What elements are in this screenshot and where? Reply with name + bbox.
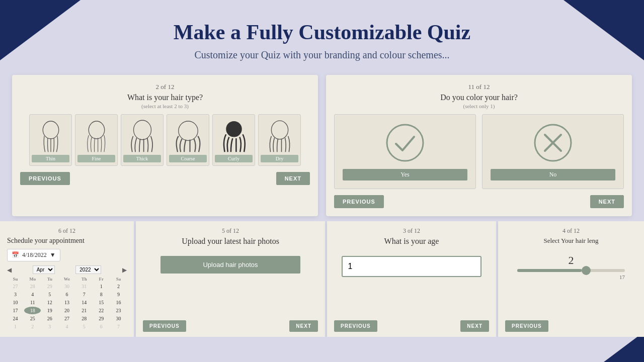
hair-option-thin[interactable]: Thin [29, 114, 72, 166]
cal-day[interactable]: 23 [110, 307, 127, 314]
cal-day[interactable]: 28 [24, 283, 41, 290]
card1-next-button[interactable]: NEXT [276, 172, 310, 185]
cal-day[interactable]: 9 [110, 291, 127, 298]
cal-day[interactable]: 12 [41, 299, 58, 306]
cal-day[interactable]: 2 [110, 283, 127, 290]
svg-point-2 [133, 120, 151, 140]
dry-label: Dry [261, 155, 298, 162]
cal-day[interactable]: 10 [7, 299, 24, 306]
cal-day[interactable]: 29 [93, 315, 110, 322]
cal-day[interactable]: 8 [93, 291, 110, 298]
card3-counter: 6 of 12 [7, 227, 127, 235]
cross-icon [533, 123, 573, 163]
cal-day[interactable]: 13 [58, 299, 75, 306]
age-input[interactable] [342, 256, 481, 277]
slider-container: 2 17 [505, 249, 637, 285]
curly-hair-icon [216, 118, 252, 153]
cal-header: ◀ Apr 2022 ▶ [7, 265, 127, 274]
cal-day-today[interactable]: 18 [24, 307, 41, 314]
cal-day[interactable]: 20 [58, 307, 75, 314]
dry-hair-icon [262, 118, 297, 153]
cal-day[interactable]: 27 [7, 283, 24, 290]
fine-label: Fine [77, 155, 115, 162]
cal-day[interactable]: 24 [7, 315, 24, 322]
yes-option[interactable]: Yes [334, 114, 476, 189]
card4-prev-button[interactable]: PREVIOUS [143, 320, 186, 332]
bottom-quiz-row: 6 of 12 Schedule your appointment 📅 4/18… [0, 221, 644, 337]
hair-option-curly[interactable]: Curly [212, 114, 255, 166]
fine-hair-icon [79, 118, 114, 153]
card1-header: 2 of 12 What is your hair type? (select … [20, 83, 310, 109]
card2-nav: PREVIOUS NEXT [334, 195, 624, 208]
calendar-grid: ◀ Apr 2022 ▶ Su Mo Tu We Th Fr Sa [7, 265, 127, 330]
cal-day[interactable]: 22 [93, 307, 110, 314]
cal-day[interactable]: 11 [24, 299, 41, 306]
dropdown-icon: ▼ [50, 251, 56, 259]
card5-counter: 3 of 12 [334, 227, 489, 235]
cal-day[interactable]: 14 [76, 299, 93, 306]
cal-day[interactable]: 28 [76, 315, 93, 322]
card6-question: Select Your hair leng [505, 237, 637, 245]
cal-day[interactable]: 4 [24, 291, 41, 298]
cal-day[interactable]: 30 [58, 283, 75, 290]
card6-prev-button[interactable]: PREVIOUS [505, 320, 548, 332]
cal-day[interactable]: 7 [76, 291, 93, 298]
cal-day[interactable]: 27 [58, 315, 75, 322]
cal-month-select[interactable]: Apr [33, 265, 55, 274]
date-picker-bar[interactable]: 📅 4/18/2022 ▼ [7, 249, 60, 261]
day-header-tu: Tu [41, 276, 58, 282]
card4-next-button[interactable]: NEXT [289, 320, 318, 332]
cal-day[interactable]: 16 [110, 299, 127, 306]
card4-nav: PREVIOUS NEXT [143, 320, 318, 332]
card2-prev-button[interactable]: PREVIOUS [334, 195, 384, 208]
slider-range: 17 [512, 274, 630, 280]
thin-hair-icon [33, 118, 68, 153]
card6-counter: 4 of 12 [505, 227, 637, 235]
cal-day[interactable]: 30 [110, 315, 127, 322]
hair-option-fine[interactable]: Fine [75, 114, 118, 166]
cal-day[interactable]: 6 [58, 291, 75, 298]
cal-day[interactable]: 6 [93, 323, 110, 330]
cal-day[interactable]: 19 [41, 307, 58, 314]
cal-prev-button[interactable]: ◀ [7, 266, 12, 274]
day-header-we: We [58, 276, 75, 282]
cal-day[interactable]: 1 [7, 323, 24, 330]
cal-day[interactable]: 3 [41, 323, 58, 330]
cal-day[interactable]: 15 [93, 299, 110, 306]
cal-day[interactable]: 7 [110, 323, 127, 330]
day-header-fr: Fr [93, 276, 110, 282]
cal-day[interactable]: 3 [7, 291, 24, 298]
cal-day[interactable]: 25 [24, 315, 41, 322]
cal-day[interactable]: 26 [41, 315, 58, 322]
cal-day[interactable]: 5 [76, 323, 93, 330]
cal-day[interactable]: 4 [58, 323, 75, 330]
cal-day[interactable]: 17 [7, 307, 24, 314]
cal-day[interactable]: 21 [76, 307, 93, 314]
cal-days-grid: Su Mo Tu We Th Fr Sa 27 28 29 30 31 1 2 [7, 276, 127, 330]
hair-option-coarse[interactable]: Coarse [167, 114, 209, 166]
cal-day[interactable]: 2 [24, 323, 41, 330]
hair-option-thick[interactable]: Thick [121, 114, 164, 166]
cal-day[interactable]: 31 [76, 283, 93, 290]
calendar-icon: 📅 [12, 251, 19, 259]
upload-photos-button[interactable]: Upload hair photos [160, 256, 300, 274]
cal-next-button[interactable]: ▶ [122, 266, 127, 274]
yes-label: Yes [343, 169, 467, 180]
page-subtitle: Customize your Quiz with your branding a… [10, 49, 634, 61]
card5-question: What is your age [334, 237, 489, 246]
card3-question: Schedule your appointment [7, 237, 127, 245]
svg-point-0 [43, 121, 59, 139]
coarse-label: Coarse [169, 155, 207, 162]
card2-next-button[interactable]: NEXT [590, 195, 624, 208]
hair-option-dry[interactable]: Dry [258, 114, 301, 166]
cal-year-select[interactable]: 2022 [75, 265, 101, 274]
cal-day[interactable]: 5 [41, 291, 58, 298]
cal-day[interactable]: 29 [41, 283, 58, 290]
card5-next-button[interactable]: NEXT [460, 320, 489, 332]
svg-point-6 [387, 125, 423, 161]
no-option[interactable]: No [482, 114, 624, 189]
cal-day[interactable]: 1 [93, 283, 110, 290]
card5-prev-button[interactable]: PREVIOUS [334, 320, 377, 332]
card1-prev-button[interactable]: PREVIOUS [20, 172, 70, 185]
card2-question: Do you color your hair? [440, 93, 518, 102]
